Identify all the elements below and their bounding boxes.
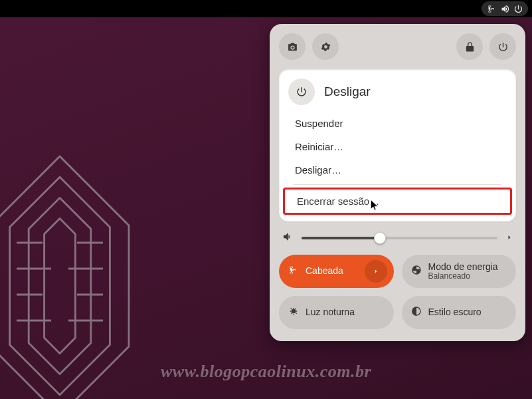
system-tray[interactable]	[482, 1, 528, 16]
volume-icon	[499, 3, 511, 15]
top-bar	[0, 0, 532, 17]
power-submenu: Desligar Suspender Reiniciar… Desligar… …	[279, 69, 516, 221]
volume-icon	[282, 231, 294, 245]
volume-slider[interactable]	[302, 231, 497, 245]
quick-settings-panel: Desligar Suspender Reiniciar… Desligar… …	[270, 24, 525, 341]
chevron-right-icon	[505, 233, 513, 241]
chevron-right-icon	[373, 268, 379, 275]
network-wired-icon	[486, 3, 497, 15]
volume-row	[279, 231, 516, 245]
power-submenu-title: Desligar	[324, 84, 371, 99]
tile-wired-expand[interactable]	[365, 260, 387, 283]
menu-item-suspend[interactable]: Suspender	[279, 112, 516, 135]
camera-icon	[287, 41, 298, 53]
tile-dark-style-label: Estilo escuro	[428, 307, 510, 317]
volume-more-button[interactable]	[505, 232, 513, 244]
menu-item-logout[interactable]: Encerrar sessão…	[283, 188, 512, 215]
quick-tiles: Cabeada Modo de energia Balanceado Luz n…	[279, 255, 516, 329]
settings-button[interactable]	[312, 33, 339, 60]
network-wired-icon	[288, 265, 299, 278]
power-button[interactable]	[489, 33, 516, 60]
power-icon	[512, 3, 524, 15]
menu-item-logout-label: Encerrar sessão…	[297, 196, 379, 207]
tile-night-light[interactable]: Luz noturna	[279, 296, 394, 329]
tile-night-light-label: Luz noturna	[306, 307, 387, 317]
tile-power-mode-label: Modo de energia	[428, 262, 510, 272]
screenshot-button[interactable]	[279, 33, 306, 60]
power-icon	[288, 78, 315, 105]
tile-wired[interactable]: Cabeada	[279, 255, 394, 288]
tile-power-mode-sub: Balanceado	[428, 272, 510, 281]
menu-separator	[294, 184, 501, 185]
tile-dark-style[interactable]: Estilo escuro	[402, 296, 517, 329]
lock-button[interactable]	[456, 33, 483, 60]
menu-item-restart[interactable]: Reiniciar…	[279, 135, 516, 158]
power-mode-icon	[411, 265, 422, 278]
menu-item-poweroff[interactable]: Desligar…	[279, 158, 516, 182]
panel-top-row	[279, 33, 516, 60]
power-icon	[497, 41, 509, 53]
tile-wired-label: Cabeada	[306, 266, 358, 276]
settings-icon	[320, 41, 331, 53]
watermark-text: www.blogopcaolinux.com.br	[0, 362, 532, 382]
night-light-icon	[288, 306, 299, 319]
mouse-cursor	[370, 199, 379, 212]
dark-style-icon	[411, 306, 422, 319]
lock-icon	[464, 41, 476, 53]
power-submenu-header: Desligar	[279, 77, 516, 112]
tile-power-mode[interactable]: Modo de energia Balanceado	[402, 255, 517, 288]
